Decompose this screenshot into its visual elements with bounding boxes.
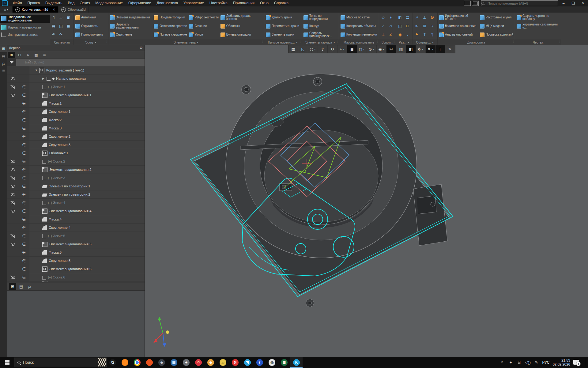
taskbar-search[interactable]: Поиск bbox=[14, 358, 107, 367]
zoom-icon[interactable]: ◎▼ bbox=[308, 45, 318, 53]
tree-item-row[interactable]: ∈(+)Эскиз:1 bbox=[7, 83, 145, 91]
ribbon-button[interactable]: Элемент выдавливания bbox=[109, 14, 153, 21]
tree-item-row[interactable]: ∈Элемент выдавливания:1 bbox=[7, 91, 145, 99]
interface-layout-icon[interactable] bbox=[464, 1, 471, 6]
membership-cell[interactable]: ∈ bbox=[19, 142, 29, 147]
diameter-icon[interactable]: Ø bbox=[429, 15, 435, 20]
restore-button[interactable]: ❐ bbox=[569, 0, 578, 6]
area-select-icon[interactable]: ▦ bbox=[32, 52, 40, 58]
command-search-input[interactable] bbox=[481, 0, 558, 6]
flag-icon[interactable]: ⚑ bbox=[414, 32, 420, 37]
ribbon-button[interactable]: Коллекция геометрии bbox=[340, 31, 378, 39]
ribbon-button[interactable]: Управление связанными ч... bbox=[516, 22, 560, 30]
tree-filter-button[interactable] bbox=[7, 59, 16, 66]
menu-item[interactable]: Оформление bbox=[126, 0, 154, 6]
membership-cell[interactable]: ∈ bbox=[19, 242, 29, 247]
aux-plane2-icon[interactable]: ▱ bbox=[388, 23, 394, 29]
menu-panel-icon[interactable]: ≣ bbox=[0, 67, 7, 74]
section-box-icon[interactable]: ▥ bbox=[396, 45, 406, 53]
ribbon-mode[interactable]: Инструменты эскиза bbox=[0, 32, 50, 38]
aux-angle-icon[interactable]: ∠ bbox=[388, 32, 394, 37]
sketch-plane-icon[interactable]: ◺ bbox=[298, 45, 308, 53]
roughness-icon[interactable]: √ bbox=[429, 23, 435, 29]
tree-footer-icon[interactable]: ⊞ bbox=[9, 283, 16, 290]
membership-cell[interactable]: ∈ bbox=[19, 266, 29, 271]
ribbon-button[interactable]: Анализ отклонений bbox=[439, 31, 479, 39]
minimize-button[interactable]: – bbox=[559, 0, 568, 6]
ribbon-button[interactable]: Заменить грани bbox=[265, 31, 301, 39]
ribbon-button[interactable]: Автолиния bbox=[75, 14, 107, 21]
tree-item-row[interactable]: ∈Элемент по траектории:1 bbox=[7, 182, 145, 190]
visibility-cell[interactable] bbox=[7, 184, 19, 188]
explorer-folder-icon[interactable]: ▱ bbox=[217, 357, 229, 368]
print-preview-icon[interactable]: ◲ bbox=[58, 24, 63, 29]
viewport-canvas[interactable] bbox=[145, 45, 588, 357]
tree-item-row[interactable]: ∈(+)Эскиз:6 bbox=[7, 273, 145, 282]
fx-panel-icon[interactable]: fx bbox=[0, 60, 7, 67]
tree-root-row[interactable]: ▼Корпус верхний (Тел-1) bbox=[7, 66, 145, 75]
ribbon-button[interactable]: Переместить грани bbox=[265, 22, 301, 30]
ribbon-button[interactable]: Расстояние и угол bbox=[479, 14, 514, 21]
pen-icon[interactable]: ✎ bbox=[533, 360, 539, 365]
app-white-icon[interactable]: ◍ bbox=[266, 357, 278, 368]
hide-objects-icon[interactable]: ⊘▼ bbox=[367, 45, 377, 53]
visibility-cell[interactable] bbox=[7, 275, 19, 279]
measure-tools-icon[interactable]: ⊺ bbox=[435, 45, 445, 53]
stylus-icon[interactable]: ✎ bbox=[445, 45, 455, 53]
ribbon-button[interactable]: Копировать объекты bbox=[340, 22, 378, 30]
ribbon-button[interactable]: Отверстие простое bbox=[153, 22, 187, 30]
visibility-cell[interactable] bbox=[7, 242, 19, 246]
membership-cell[interactable]: ∈ bbox=[19, 275, 29, 280]
membership-cell[interactable]: ∈ bbox=[19, 250, 29, 255]
app-amber-icon[interactable]: ◆ bbox=[205, 357, 217, 368]
ribbon-group-label[interactable]: Обознач...▼⋮ bbox=[413, 40, 437, 45]
undo-icon[interactable]: ↶ bbox=[51, 32, 56, 37]
tree-item-row[interactable]: ∈Фаска:2 bbox=[7, 116, 145, 124]
text-icon[interactable]: Т bbox=[421, 32, 428, 37]
visibility-cell[interactable] bbox=[7, 167, 19, 172]
browser-orange-icon[interactable] bbox=[143, 357, 156, 368]
tab-close-icon[interactable]: ✕ bbox=[52, 8, 55, 12]
tree-item-row[interactable]: ∈Элемент выдавливания:5 bbox=[7, 240, 145, 248]
clip-cube-icon[interactable]: ◧ bbox=[406, 45, 416, 53]
document-tab[interactable]: Корпус верх.m3d✕ bbox=[13, 6, 58, 13]
visibility-cell[interactable] bbox=[7, 201, 19, 205]
menu-item[interactable]: Диагностика bbox=[154, 0, 181, 6]
ribbon-button[interactable]: Оболочка bbox=[220, 22, 263, 30]
membership-cell[interactable]: ∈ bbox=[19, 217, 29, 222]
menu-item[interactable]: Справка bbox=[271, 0, 291, 6]
bluetooth-blue-icon[interactable]: ᛒ bbox=[254, 357, 266, 368]
tree-numbered-icon[interactable]: ⊞ bbox=[8, 52, 15, 58]
membership-cell[interactable]: ∈ bbox=[19, 258, 29, 263]
search-highlight-thumbnail[interactable] bbox=[98, 358, 106, 366]
ribbon-button[interactable]: Удалить грани bbox=[265, 14, 301, 21]
tree-item-row[interactable]: ∈(+)Эскиз:5 bbox=[7, 232, 145, 240]
volume-icon[interactable]: ◁)) bbox=[525, 360, 530, 365]
start-button[interactable] bbox=[0, 357, 14, 368]
ribbon-group-label[interactable]: Элементы каркаса▼⋮ bbox=[302, 40, 339, 45]
membership-cell[interactable]: ∈ bbox=[19, 126, 29, 131]
close-button[interactable]: ✕ bbox=[579, 0, 587, 6]
chrome-icon[interactable] bbox=[131, 357, 143, 368]
grid-icon[interactable]: ▦ bbox=[288, 45, 298, 53]
open-document-icon[interactable]: ▱ bbox=[58, 15, 63, 20]
new-document-icon[interactable]: ▯ bbox=[51, 15, 56, 20]
ribbon-button[interactable]: Контур bbox=[303, 22, 338, 30]
visibility-cell[interactable] bbox=[7, 93, 19, 97]
tree-item-row[interactable]: ∈(+)Эскиз:4 bbox=[7, 199, 145, 207]
ribbon-button[interactable]: Добавить деталь-заготов... bbox=[220, 14, 263, 21]
section-view-icon[interactable]: ◧ bbox=[397, 15, 403, 20]
tray-chevron-icon[interactable]: ^ bbox=[499, 360, 505, 365]
membership-cell[interactable]: ∈ bbox=[19, 184, 29, 189]
gear-icon[interactable]: ⚙ bbox=[139, 46, 143, 50]
ribbon-button[interactable]: Спираль цилиндрическ... bbox=[303, 31, 338, 39]
visibility-cell[interactable] bbox=[7, 234, 19, 238]
tree-item-row[interactable]: ∈Фаска:4 bbox=[7, 215, 145, 224]
datum-icon[interactable]: ⊳ bbox=[414, 23, 420, 29]
tree-item-row[interactable]: ∈Скругление:1 bbox=[7, 108, 145, 116]
show-desktop-button[interactable] bbox=[585, 358, 587, 366]
tree-item-row[interactable]: ∈Элемент выдавливания:6 bbox=[7, 265, 145, 273]
telegram-icon[interactable]: ◥ bbox=[241, 357, 254, 368]
membership-cell[interactable]: ∈ bbox=[19, 93, 29, 98]
membership-cell[interactable]: ∈ bbox=[19, 233, 29, 238]
